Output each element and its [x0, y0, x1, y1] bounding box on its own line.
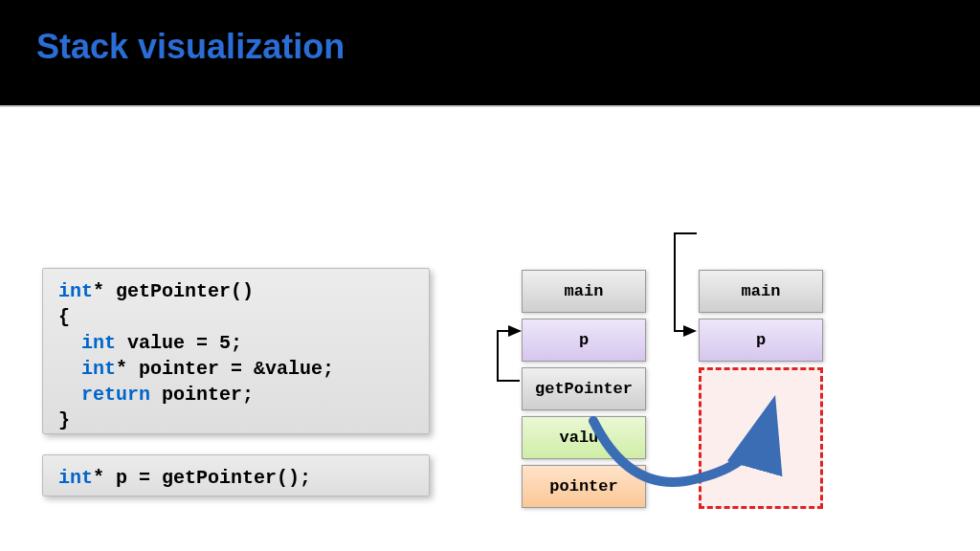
code-block-call: int* p = getPointer(); — [42, 454, 430, 496]
pointer-arrow-1 — [498, 331, 520, 381]
keyword: int — [58, 467, 93, 489]
code-block-function: int* getPointer() { int value = 5; int* … — [42, 268, 430, 434]
deallocated-region — [699, 367, 823, 509]
keyword: int — [81, 358, 116, 380]
pointer-arrow-2 — [675, 233, 697, 331]
code-text: * pointer = &value; — [116, 358, 334, 380]
stack-cell-p: p — [699, 319, 823, 362]
stack-cell-main: main — [699, 270, 823, 313]
stack-cell-getpointer: getPointer — [522, 367, 646, 410]
divider — [0, 105, 980, 107]
code-text: value = 5; — [116, 332, 242, 354]
stack-after: main p — [699, 270, 823, 367]
stack-cell-value: value — [522, 416, 646, 459]
keyword: int — [81, 332, 116, 354]
stack-before: main p getPointer value pointer — [522, 270, 646, 514]
header: Stack visualization — [0, 0, 980, 105]
code-text: } — [58, 409, 70, 431]
stack-cell-p: p — [522, 319, 646, 362]
code-text: pointer; — [150, 384, 254, 406]
stack-cell-pointer: pointer — [522, 465, 646, 508]
keyword: return — [81, 384, 150, 406]
code-text: { — [58, 306, 70, 328]
code-text: * getPointer() — [93, 280, 254, 302]
code-text: * p = getPointer(); — [93, 467, 311, 489]
keyword: int — [58, 280, 93, 302]
slide-title: Stack visualization — [36, 27, 980, 67]
stack-cell-main: main — [522, 270, 646, 313]
